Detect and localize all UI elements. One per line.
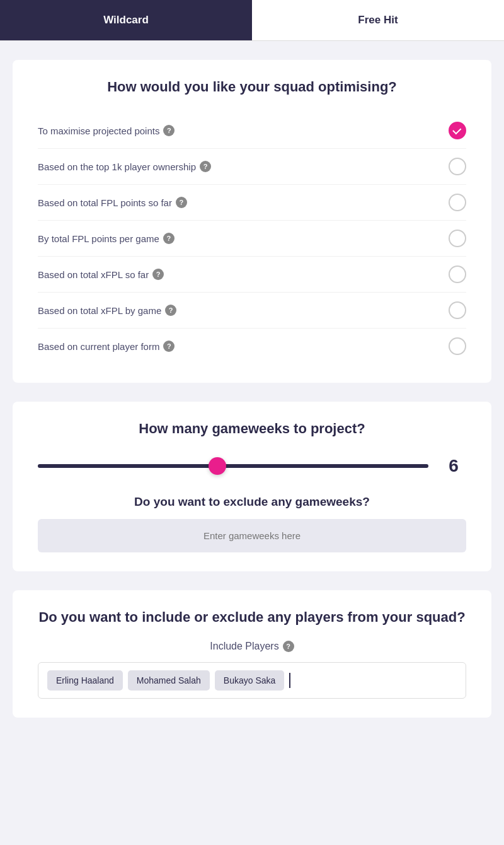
radio-button-fpl_points_per_game[interactable] xyxy=(449,230,466,247)
radio-label-text-fpl_points_per_game: By total FPL points per game xyxy=(38,233,159,244)
radio-label-text-top1k_ownership: Based on the top 1k player ownership xyxy=(38,161,196,172)
input-cursor xyxy=(289,673,290,688)
radio-button-maximise_projected[interactable] xyxy=(449,122,466,139)
radio-row-top1k_ownership[interactable]: Based on the top 1k player ownership? xyxy=(38,149,466,185)
squad-optimising-title: How would you like your squad optimising… xyxy=(38,79,466,95)
gameweeks-slider-container[interactable] xyxy=(38,464,428,468)
radio-row-maximise_projected[interactable]: To maximise projected points? xyxy=(38,113,466,149)
radio-label-text-total_fpl_points: Based on total FPL points so far xyxy=(38,197,172,208)
player-tag-1[interactable]: Mohamed Salah xyxy=(128,670,210,691)
help-icon-current_form[interactable]: ? xyxy=(163,341,175,352)
radio-button-xfpl_by_game[interactable] xyxy=(449,301,466,319)
tab-wildcard[interactable]: Wildcard xyxy=(0,0,252,40)
tab-bar: Wildcard Free Hit xyxy=(0,0,504,41)
gameweeks-slider-row: 6 xyxy=(38,456,466,476)
players-section: Do you want to include or exclude any pl… xyxy=(13,590,491,718)
squad-optimising-section: How would you like your squad optimising… xyxy=(13,60,491,383)
radio-label-current_form: Based on current player form? xyxy=(38,341,175,352)
include-players-help-icon[interactable]: ? xyxy=(283,641,294,652)
project-gameweeks-title: How many gameweeks to project? xyxy=(38,421,466,437)
help-icon-xfpl_so_far[interactable]: ? xyxy=(152,269,164,280)
radio-button-top1k_ownership[interactable] xyxy=(449,158,466,175)
help-icon-total_fpl_points[interactable]: ? xyxy=(176,197,187,208)
radio-row-current_form[interactable]: Based on current player form? xyxy=(38,329,466,364)
radio-row-fpl_points_per_game[interactable]: By total FPL points per game? xyxy=(38,221,466,257)
radio-button-current_form[interactable] xyxy=(449,337,466,355)
exclude-gameweeks-title: Do you want to exclude any gameweeks? xyxy=(38,495,466,509)
included-players-list[interactable]: Erling HaalandMohamed SalahBukayo Saka xyxy=(38,662,466,699)
slider-value: 6 xyxy=(441,456,466,476)
radio-label-text-xfpl_by_game: Based on total xFPL by game xyxy=(38,305,161,316)
help-icon-fpl_points_per_game[interactable]: ? xyxy=(163,233,175,244)
radio-button-xfpl_so_far[interactable] xyxy=(449,265,466,283)
include-players-label: Include Players ? xyxy=(38,641,466,652)
tab-freehit[interactable]: Free Hit xyxy=(252,0,504,40)
radio-label-xfpl_so_far: Based on total xFPL so far? xyxy=(38,269,164,280)
radio-label-text-maximise_projected: To maximise projected points xyxy=(38,125,159,136)
radio-label-total_fpl_points: Based on total FPL points so far? xyxy=(38,197,187,208)
players-title: Do you want to include or exclude any pl… xyxy=(38,609,466,626)
radio-label-fpl_points_per_game: By total FPL points per game? xyxy=(38,233,175,244)
radio-options-list: To maximise projected points?Based on th… xyxy=(38,113,466,364)
slider-thumb[interactable] xyxy=(209,457,226,475)
radio-button-total_fpl_points[interactable] xyxy=(449,194,466,211)
help-icon-maximise_projected[interactable]: ? xyxy=(163,125,175,136)
radio-label-xfpl_by_game: Based on total xFPL by game? xyxy=(38,305,176,316)
radio-label-text-xfpl_so_far: Based on total xFPL so far xyxy=(38,269,149,280)
gameweeks-section: How many gameweeks to project? 6 Do you … xyxy=(13,402,491,571)
help-icon-top1k_ownership[interactable]: ? xyxy=(200,161,211,172)
player-tag-0[interactable]: Erling Haaland xyxy=(47,670,123,691)
include-players-text: Include Players xyxy=(210,641,278,652)
radio-label-maximise_projected: To maximise projected points? xyxy=(38,125,175,136)
radio-row-xfpl_by_game[interactable]: Based on total xFPL by game? xyxy=(38,293,466,329)
slider-track xyxy=(38,464,428,468)
radio-row-total_fpl_points[interactable]: Based on total FPL points so far? xyxy=(38,185,466,221)
radio-row-xfpl_so_far[interactable]: Based on total xFPL so far? xyxy=(38,257,466,293)
help-icon-xfpl_by_game[interactable]: ? xyxy=(165,305,176,316)
radio-label-top1k_ownership: Based on the top 1k player ownership? xyxy=(38,161,211,172)
exclude-gameweeks-input[interactable] xyxy=(38,519,466,552)
player-tag-2[interactable]: Bukayo Saka xyxy=(215,670,285,691)
radio-label-text-current_form: Based on current player form xyxy=(38,341,159,352)
